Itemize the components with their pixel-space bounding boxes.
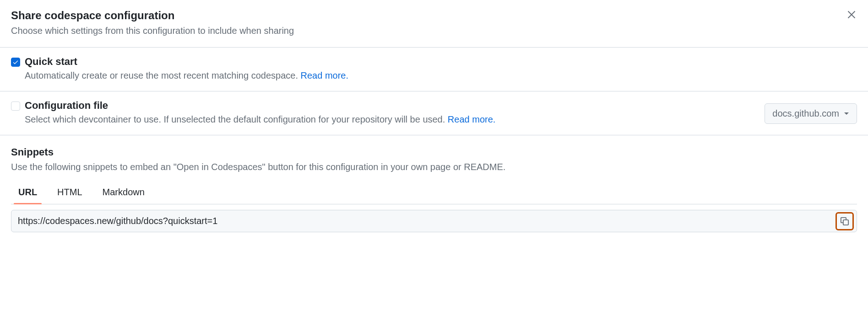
dialog-title: Share codespace configuration — [11, 9, 857, 22]
quickstart-body: Quick start Automatically create or reus… — [25, 56, 857, 81]
caret-down-icon — [844, 112, 849, 116]
quickstart-title: Quick start — [25, 56, 857, 68]
share-codespace-dialog: Share codespace configuration Choose whi… — [0, 0, 868, 232]
dialog-header: Share codespace configuration Choose whi… — [0, 0, 868, 48]
close-icon — [847, 10, 856, 19]
svg-rect-0 — [843, 219, 848, 224]
option-quickstart: Quick start Automatically create or reus… — [0, 48, 868, 91]
snippet-tabs: URL HTML Markdown — [11, 183, 857, 204]
copy-button[interactable] — [835, 212, 854, 230]
devcontainer-select[interactable]: docs.github.com — [765, 103, 857, 124]
snippets-description: Use the following snippets to embed an "… — [11, 162, 857, 172]
configfile-select-wrapper: docs.github.com — [765, 100, 857, 124]
quickstart-description: Automatically create or reuse the most r… — [25, 70, 857, 81]
configfile-read-more-link[interactable]: Read more. — [448, 114, 496, 124]
configfile-body: Configuration file Select which devconta… — [25, 100, 760, 125]
tab-html[interactable]: HTML — [55, 183, 84, 204]
snippet-value-box: https://codespaces.new/github/docs?quick… — [11, 210, 857, 232]
close-button[interactable] — [847, 10, 856, 19]
snippets-section: Snippets Use the following snippets to e… — [0, 135, 868, 232]
configfile-description: Select which devcontainer to use. If uns… — [25, 114, 760, 125]
snippets-title: Snippets — [11, 146, 857, 158]
copy-icon — [840, 217, 849, 226]
tab-markdown[interactable]: Markdown — [101, 183, 146, 204]
checkmark-icon — [12, 59, 19, 65]
tab-url[interactable]: URL — [16, 183, 39, 204]
dialog-subtitle: Choose which settings from this configur… — [11, 26, 857, 36]
devcontainer-select-value: docs.github.com — [772, 108, 839, 119]
option-configuration-file: Configuration file Select which devconta… — [0, 91, 868, 135]
quickstart-checkbox[interactable] — [11, 58, 20, 67]
snippet-value[interactable]: https://codespaces.new/github/docs?quick… — [18, 216, 217, 226]
configfile-checkbox[interactable] — [11, 101, 20, 111]
quickstart-read-more-link[interactable]: Read more. — [301, 70, 349, 80]
configfile-title: Configuration file — [25, 100, 760, 112]
